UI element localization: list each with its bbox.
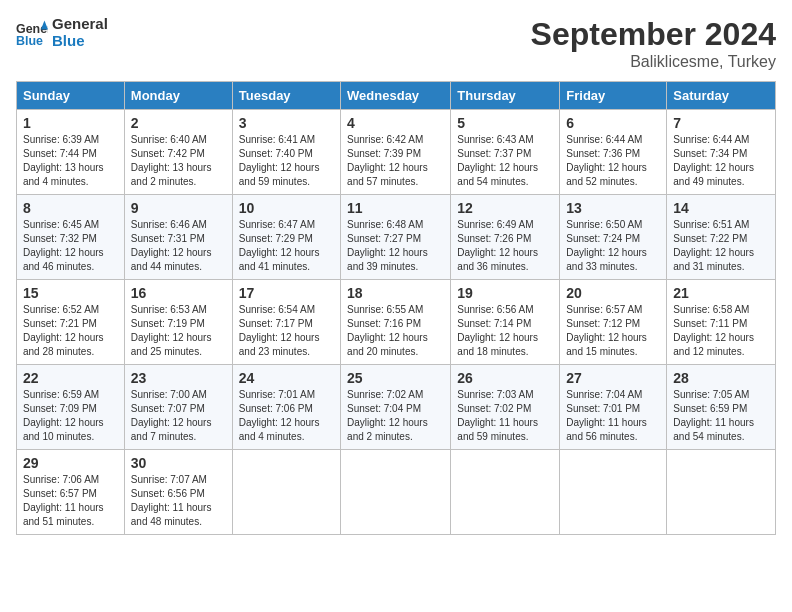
calendar-cell: 12Sunrise: 6:49 AM Sunset: 7:26 PM Dayli… xyxy=(451,195,560,280)
day-number: 28 xyxy=(673,370,769,386)
calendar-subtitle: Baliklicesme, Turkey xyxy=(531,53,776,71)
day-info: Sunrise: 6:49 AM Sunset: 7:26 PM Dayligh… xyxy=(457,218,553,274)
day-number: 3 xyxy=(239,115,334,131)
calendar-cell: 6Sunrise: 6:44 AM Sunset: 7:36 PM Daylig… xyxy=(560,110,667,195)
calendar-cell: 22Sunrise: 6:59 AM Sunset: 7:09 PM Dayli… xyxy=(17,365,125,450)
day-number: 16 xyxy=(131,285,226,301)
calendar-cell: 26Sunrise: 7:03 AM Sunset: 7:02 PM Dayli… xyxy=(451,365,560,450)
day-info: Sunrise: 6:44 AM Sunset: 7:34 PM Dayligh… xyxy=(673,133,769,189)
day-number: 5 xyxy=(457,115,553,131)
calendar-cell: 19Sunrise: 6:56 AM Sunset: 7:14 PM Dayli… xyxy=(451,280,560,365)
day-number: 17 xyxy=(239,285,334,301)
day-info: Sunrise: 6:51 AM Sunset: 7:22 PM Dayligh… xyxy=(673,218,769,274)
day-number: 27 xyxy=(566,370,660,386)
day-info: Sunrise: 6:52 AM Sunset: 7:21 PM Dayligh… xyxy=(23,303,118,359)
day-number: 22 xyxy=(23,370,118,386)
day-info: Sunrise: 6:55 AM Sunset: 7:16 PM Dayligh… xyxy=(347,303,444,359)
col-header-thursday: Thursday xyxy=(451,82,560,110)
day-number: 29 xyxy=(23,455,118,471)
day-info: Sunrise: 6:44 AM Sunset: 7:36 PM Dayligh… xyxy=(566,133,660,189)
col-header-saturday: Saturday xyxy=(667,82,776,110)
day-info: Sunrise: 7:02 AM Sunset: 7:04 PM Dayligh… xyxy=(347,388,444,444)
day-number: 11 xyxy=(347,200,444,216)
calendar-cell: 13Sunrise: 6:50 AM Sunset: 7:24 PM Dayli… xyxy=(560,195,667,280)
day-number: 12 xyxy=(457,200,553,216)
day-number: 10 xyxy=(239,200,334,216)
calendar-cell: 2Sunrise: 6:40 AM Sunset: 7:42 PM Daylig… xyxy=(124,110,232,195)
day-number: 4 xyxy=(347,115,444,131)
day-info: Sunrise: 7:01 AM Sunset: 7:06 PM Dayligh… xyxy=(239,388,334,444)
day-info: Sunrise: 6:43 AM Sunset: 7:37 PM Dayligh… xyxy=(457,133,553,189)
day-info: Sunrise: 7:00 AM Sunset: 7:07 PM Dayligh… xyxy=(131,388,226,444)
day-info: Sunrise: 6:58 AM Sunset: 7:11 PM Dayligh… xyxy=(673,303,769,359)
calendar-cell: 28Sunrise: 7:05 AM Sunset: 6:59 PM Dayli… xyxy=(667,365,776,450)
day-number: 8 xyxy=(23,200,118,216)
calendar-cell: 11Sunrise: 6:48 AM Sunset: 7:27 PM Dayli… xyxy=(341,195,451,280)
day-info: Sunrise: 7:05 AM Sunset: 6:59 PM Dayligh… xyxy=(673,388,769,444)
calendar-cell: 21Sunrise: 6:58 AM Sunset: 7:11 PM Dayli… xyxy=(667,280,776,365)
day-info: Sunrise: 6:59 AM Sunset: 7:09 PM Dayligh… xyxy=(23,388,118,444)
logo-blue: Blue xyxy=(52,33,108,50)
day-number: 30 xyxy=(131,455,226,471)
calendar-cell: 15Sunrise: 6:52 AM Sunset: 7:21 PM Dayli… xyxy=(17,280,125,365)
day-number: 14 xyxy=(673,200,769,216)
logo-general: General xyxy=(52,16,108,33)
calendar-cell: 17Sunrise: 6:54 AM Sunset: 7:17 PM Dayli… xyxy=(232,280,340,365)
col-header-tuesday: Tuesday xyxy=(232,82,340,110)
calendar-cell: 3Sunrise: 6:41 AM Sunset: 7:40 PM Daylig… xyxy=(232,110,340,195)
logo: General Blue General Blue xyxy=(16,16,108,49)
col-header-friday: Friday xyxy=(560,82,667,110)
calendar-cell xyxy=(667,450,776,535)
calendar-cell xyxy=(560,450,667,535)
calendar-table: SundayMondayTuesdayWednesdayThursdayFrid… xyxy=(16,81,776,535)
svg-text:Blue: Blue xyxy=(16,34,43,48)
day-info: Sunrise: 6:53 AM Sunset: 7:19 PM Dayligh… xyxy=(131,303,226,359)
day-info: Sunrise: 6:39 AM Sunset: 7:44 PM Dayligh… xyxy=(23,133,118,189)
day-number: 20 xyxy=(566,285,660,301)
day-info: Sunrise: 6:50 AM Sunset: 7:24 PM Dayligh… xyxy=(566,218,660,274)
calendar-cell: 1Sunrise: 6:39 AM Sunset: 7:44 PM Daylig… xyxy=(17,110,125,195)
calendar-cell: 18Sunrise: 6:55 AM Sunset: 7:16 PM Dayli… xyxy=(341,280,451,365)
day-number: 24 xyxy=(239,370,334,386)
col-header-wednesday: Wednesday xyxy=(341,82,451,110)
calendar-cell: 4Sunrise: 6:42 AM Sunset: 7:39 PM Daylig… xyxy=(341,110,451,195)
calendar-cell xyxy=(232,450,340,535)
calendar-cell: 14Sunrise: 6:51 AM Sunset: 7:22 PM Dayli… xyxy=(667,195,776,280)
calendar-cell: 9Sunrise: 6:46 AM Sunset: 7:31 PM Daylig… xyxy=(124,195,232,280)
day-number: 1 xyxy=(23,115,118,131)
calendar-cell: 20Sunrise: 6:57 AM Sunset: 7:12 PM Dayli… xyxy=(560,280,667,365)
calendar-cell: 23Sunrise: 7:00 AM Sunset: 7:07 PM Dayli… xyxy=(124,365,232,450)
calendar-title: September 2024 xyxy=(531,16,776,53)
day-info: Sunrise: 6:42 AM Sunset: 7:39 PM Dayligh… xyxy=(347,133,444,189)
day-number: 2 xyxy=(131,115,226,131)
calendar-cell: 7Sunrise: 6:44 AM Sunset: 7:34 PM Daylig… xyxy=(667,110,776,195)
day-info: Sunrise: 6:54 AM Sunset: 7:17 PM Dayligh… xyxy=(239,303,334,359)
day-number: 25 xyxy=(347,370,444,386)
day-info: Sunrise: 6:41 AM Sunset: 7:40 PM Dayligh… xyxy=(239,133,334,189)
day-info: Sunrise: 6:46 AM Sunset: 7:31 PM Dayligh… xyxy=(131,218,226,274)
day-info: Sunrise: 6:56 AM Sunset: 7:14 PM Dayligh… xyxy=(457,303,553,359)
calendar-cell xyxy=(341,450,451,535)
calendar-cell: 8Sunrise: 6:45 AM Sunset: 7:32 PM Daylig… xyxy=(17,195,125,280)
day-number: 6 xyxy=(566,115,660,131)
day-info: Sunrise: 6:45 AM Sunset: 7:32 PM Dayligh… xyxy=(23,218,118,274)
calendar-cell: 29Sunrise: 7:06 AM Sunset: 6:57 PM Dayli… xyxy=(17,450,125,535)
calendar-cell: 25Sunrise: 7:02 AM Sunset: 7:04 PM Dayli… xyxy=(341,365,451,450)
day-info: Sunrise: 6:48 AM Sunset: 7:27 PM Dayligh… xyxy=(347,218,444,274)
day-info: Sunrise: 6:47 AM Sunset: 7:29 PM Dayligh… xyxy=(239,218,334,274)
day-info: Sunrise: 7:06 AM Sunset: 6:57 PM Dayligh… xyxy=(23,473,118,529)
logo-icon: General Blue xyxy=(16,17,48,49)
calendar-cell: 5Sunrise: 6:43 AM Sunset: 7:37 PM Daylig… xyxy=(451,110,560,195)
calendar-cell: 10Sunrise: 6:47 AM Sunset: 7:29 PM Dayli… xyxy=(232,195,340,280)
day-info: Sunrise: 6:57 AM Sunset: 7:12 PM Dayligh… xyxy=(566,303,660,359)
day-number: 7 xyxy=(673,115,769,131)
col-header-sunday: Sunday xyxy=(17,82,125,110)
page-header: General Blue General Blue September 2024… xyxy=(16,16,776,71)
day-info: Sunrise: 7:07 AM Sunset: 6:56 PM Dayligh… xyxy=(131,473,226,529)
day-number: 9 xyxy=(131,200,226,216)
day-number: 15 xyxy=(23,285,118,301)
day-info: Sunrise: 7:03 AM Sunset: 7:02 PM Dayligh… xyxy=(457,388,553,444)
col-header-monday: Monday xyxy=(124,82,232,110)
calendar-cell: 24Sunrise: 7:01 AM Sunset: 7:06 PM Dayli… xyxy=(232,365,340,450)
day-number: 19 xyxy=(457,285,553,301)
